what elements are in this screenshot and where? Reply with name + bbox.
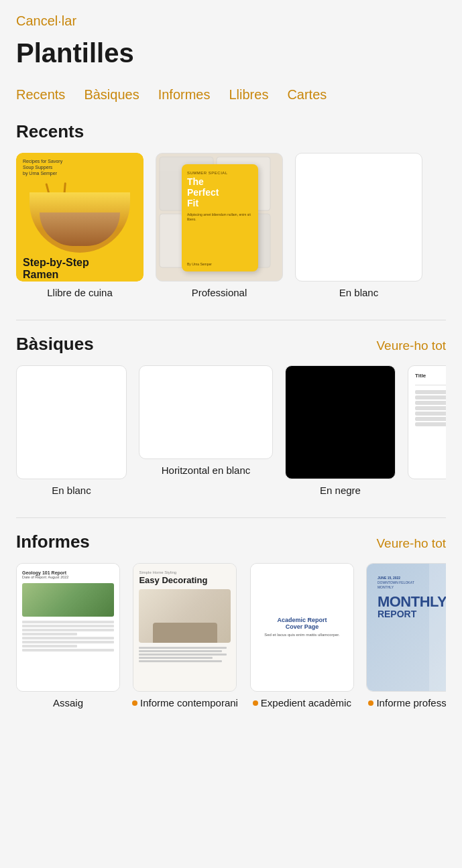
- notes-line-5: [415, 412, 446, 416]
- ramen-title-line2: Ramen: [23, 269, 58, 280]
- decorating-thumbnail: Simple Home Styling Easy Decorating: [133, 563, 237, 692]
- notes-divider: [415, 385, 446, 385]
- ramen-recipes-text: Recipes for Savory Soup Suppers by Urna …: [23, 158, 137, 176]
- notes-line-6: [415, 417, 446, 421]
- geology-line-3: [22, 629, 114, 631]
- decorating-label-text: Simple Home Styling: [139, 570, 231, 574]
- template-item-black[interactable]: En negre: [285, 365, 396, 496]
- ramen-label: Llibre de cuina: [47, 287, 113, 298]
- decorating-label-container: Informe contemporani: [132, 697, 238, 708]
- academic-title: Academic ReportCover Page: [277, 617, 327, 630]
- template-item-blank[interactable]: En blanc: [295, 153, 422, 298]
- notes-line-4: [415, 406, 446, 410]
- decorating-label: Informe contemporani: [140, 697, 238, 708]
- geology-line-5: [22, 637, 114, 639]
- tab-informes[interactable]: Informes: [158, 84, 211, 105]
- template-item-notes[interactable]: Title Apunts: [408, 365, 446, 496]
- perfectfit-label: Professional: [192, 287, 247, 298]
- monthly-content: JUNE 15, 2022 DOWNTOWN FELOKATMONTHLY MO…: [372, 570, 446, 624]
- basiques-section: Bàsiques Veure-ho tot En blanc Horitzont…: [0, 334, 462, 512]
- informes-section: Informes Veure-ho tot Geology 101 Report…: [0, 532, 462, 725]
- template-item-geology[interactable]: Geology 101 Report Date of Report: Augus…: [16, 563, 120, 708]
- notes-title-line: Title: [415, 373, 446, 379]
- basiques-title: Bàsiques: [16, 334, 94, 355]
- notes-text-lines: [415, 390, 446, 426]
- decorating-title-text: Easy Decorating: [139, 576, 231, 585]
- academic-thumbnail: Academic ReportCover Page Sed et lacus q…: [250, 563, 354, 692]
- template-item-monthly[interactable]: JUNE 15, 2022 DOWNTOWN FELOKATMONTHLY MO…: [366, 563, 446, 708]
- horizontal-label: Horitzontal en blanc: [162, 464, 251, 476]
- academic-label-container: Expedient acadèmic: [253, 697, 351, 708]
- monthly-title: MONTHLY: [378, 595, 446, 609]
- notes-line-7: [415, 422, 446, 426]
- academic-dot: [253, 700, 258, 706]
- recents-title: Recents: [16, 121, 84, 142]
- basiques-section-header: Bàsiques Veure-ho tot: [16, 334, 446, 355]
- nav-tabs: Recents Bàsiques Informes Llibres Cartes: [0, 84, 462, 105]
- template-item-horizontal[interactable]: Horitzontal en blanc: [139, 365, 273, 496]
- monthly-date: JUNE 15, 2022: [378, 576, 446, 580]
- monthly-label-container: Informe professional: [368, 697, 446, 708]
- dec-line-3: [139, 654, 226, 656]
- monthly-dot: [368, 700, 373, 706]
- ramen-cover: Recipes for Savory Soup Suppers by Urna …: [16, 153, 143, 282]
- template-item-academic[interactable]: Academic ReportCover Page Sed et lacus q…: [250, 563, 354, 708]
- decorating-image: [139, 589, 231, 643]
- blank-label: En blanc: [339, 287, 378, 298]
- monthly-cover: JUNE 15, 2022 DOWNTOWN FELOKATMONTHLY MO…: [367, 564, 446, 691]
- dec-line-1: [139, 647, 226, 649]
- template-item-blank2[interactable]: En blanc: [16, 365, 127, 496]
- geology-subtitle: Date of Report: August 2022: [22, 575, 114, 579]
- blank-thumbnail: [295, 153, 422, 282]
- page: Cancel·lar Plantilles Recents Bàsiques I…: [0, 0, 462, 725]
- blank2-thumbnail: [16, 365, 127, 479]
- academic-subtitle: Sed et lacus quis enim mattis ullamcorpe…: [264, 633, 339, 638]
- informes-section-header: Informes Veure-ho tot: [16, 532, 446, 552]
- decorating-cover: Simple Home Styling Easy Decorating: [133, 564, 236, 691]
- basiques-see-all-button[interactable]: Veure-ho tot: [376, 338, 446, 353]
- geology-cover: Geology 101 Report Date of Report: Augus…: [17, 564, 119, 691]
- basiques-grid: En blanc Horitzontal en blanc En negre T…: [16, 365, 446, 501]
- header: Cancel·lar Plantilles: [0, 0, 462, 84]
- geology-label: Assaig: [53, 697, 83, 708]
- geology-line-1: [22, 621, 114, 623]
- page-title: Plantilles: [16, 38, 446, 68]
- geology-line-6: [22, 641, 114, 643]
- template-item-ramen[interactable]: Recipes for Savory Soup Suppers by Urna …: [16, 153, 143, 298]
- template-item-decorating[interactable]: Simple Home Styling Easy Decorating: [132, 563, 238, 708]
- perfectfit-book: SUMMER SPECIAL ThePerfectFit Adipiscing …: [182, 164, 258, 271]
- tab-llibres[interactable]: Llibres: [229, 84, 268, 105]
- dec-line-4: [139, 657, 213, 659]
- dec-line-5: [139, 660, 221, 662]
- decorating-dot: [132, 700, 137, 706]
- notes-line-3: [415, 401, 446, 405]
- academic-cover: Academic ReportCover Page Sed et lacus q…: [251, 564, 353, 691]
- geology-body: [22, 621, 114, 652]
- tab-basiques[interactable]: Bàsiques: [84, 84, 139, 105]
- template-item-perfectfit[interactable]: SUMMER SPECIAL ThePerfectFit Adipiscing …: [156, 153, 283, 298]
- monthly-label: Informe professional: [376, 697, 446, 708]
- black-thumbnail: [285, 365, 396, 479]
- divider-2: [16, 517, 446, 518]
- cancel-button[interactable]: Cancel·lar: [16, 11, 76, 32]
- ramen-title-line1: Step-by-Step: [23, 257, 89, 268]
- tab-cartes[interactable]: Cartes: [287, 84, 327, 105]
- perfectfit-thumbnail: SUMMER SPECIAL ThePerfectFit Adipiscing …: [156, 153, 283, 282]
- notes-line-1: [415, 390, 446, 394]
- pf-subtitle: Adipiscing amet bibendum nullam, enim si…: [187, 212, 253, 222]
- informes-title: Informes: [16, 532, 90, 552]
- notes-line-2: [415, 395, 446, 399]
- ramen-cover-top: Recipes for Savory Soup Suppers by Urna …: [16, 153, 143, 179]
- geology-thumbnail: Geology 101 Report Date of Report: Augus…: [16, 563, 120, 692]
- notes-thumbnail: Title: [408, 365, 446, 479]
- geology-image: [22, 583, 114, 617]
- informes-see-all-button[interactable]: Veure-ho tot: [376, 536, 446, 551]
- monthly-thumbnail: JUNE 15, 2022 DOWNTOWN FELOKATMONTHLY MO…: [366, 563, 446, 692]
- ramen-thumbnail: Recipes for Savory Soup Suppers by Urna …: [16, 153, 143, 282]
- pf-label: SUMMER SPECIAL: [187, 171, 253, 175]
- divider-1: [16, 320, 446, 320]
- horizontal-thumbnail: [139, 365, 273, 459]
- tab-recents[interactable]: Recents: [16, 84, 65, 105]
- black-label: En negre: [320, 485, 361, 496]
- recents-section-header: Recents: [16, 121, 446, 142]
